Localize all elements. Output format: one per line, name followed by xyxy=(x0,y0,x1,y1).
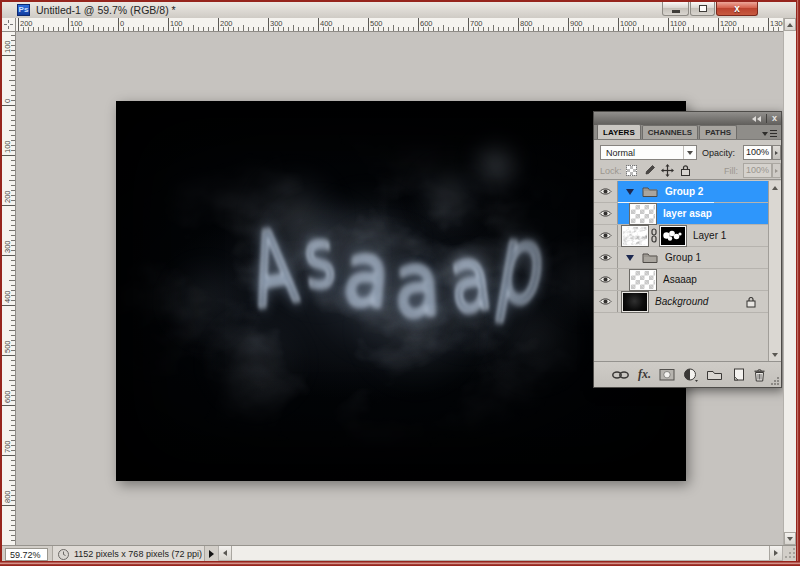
layer-row-group-2[interactable]: Group 2 xyxy=(594,181,768,203)
ruler-tick xyxy=(763,27,764,31)
ruler-tick xyxy=(11,540,15,541)
layer-row-layer-1[interactable]: Layer 1 xyxy=(594,225,768,247)
layer-row-content[interactable]: Group 2 xyxy=(618,181,768,202)
layer-mask-thumbnail[interactable] xyxy=(660,226,686,246)
ruler-tick xyxy=(298,27,299,31)
layer-style-button[interactable]: fx. xyxy=(638,367,651,383)
ruler-tick xyxy=(558,27,559,31)
close-button[interactable]: x xyxy=(716,2,758,16)
canvas-area[interactable]: Asaaap Asaaap x LAYERSCHANNELSPATHS Norm… xyxy=(16,32,783,545)
zoom-level-input[interactable]: 59.72% xyxy=(5,548,48,561)
lock-position-button[interactable] xyxy=(660,163,674,177)
ruler-major-tick xyxy=(2,155,15,156)
layer-row-content[interactable]: Group 1 xyxy=(618,247,768,268)
blend-mode-dropdown-arrow[interactable] xyxy=(683,146,696,159)
panel-close-icon[interactable]: x xyxy=(772,114,777,123)
photoshop-app-icon[interactable]: Ps xyxy=(17,4,30,16)
ruler-tick xyxy=(223,27,224,31)
layer-visibility-toggle[interactable] xyxy=(594,247,618,268)
minimize-button[interactable] xyxy=(662,2,689,16)
layer-thumbnail[interactable] xyxy=(630,204,656,224)
ruler-tick xyxy=(623,27,624,31)
blend-mode-select[interactable]: Normal xyxy=(600,145,697,160)
vertical-scrollbar[interactable] xyxy=(783,18,796,545)
panel-tab-paths[interactable]: PATHS xyxy=(699,125,737,139)
ruler-tick xyxy=(11,470,15,471)
ruler-tick xyxy=(11,515,15,516)
new-layer-button[interactable] xyxy=(731,367,745,383)
scroll-up-icon[interactable] xyxy=(769,182,781,194)
mask-link-toggle[interactable] xyxy=(650,228,658,243)
ruler-tick xyxy=(11,510,15,511)
ruler-tick xyxy=(11,310,15,311)
window-resize-grip[interactable] xyxy=(785,548,796,559)
ruler-tick xyxy=(11,420,15,421)
ruler-tick xyxy=(688,27,689,31)
document-info[interactable]: 1152 pixels x 768 pixels (72 ppi) xyxy=(74,549,202,559)
lock-transparency-button[interactable] xyxy=(624,163,638,177)
eye-icon xyxy=(599,275,612,284)
layer-visibility-toggle[interactable] xyxy=(594,291,618,312)
layer-row-content[interactable]: layer asap xyxy=(618,203,768,224)
panel-menu-button[interactable] xyxy=(760,128,778,139)
delete-layer-button[interactable] xyxy=(753,367,766,383)
layer-thumbnail[interactable] xyxy=(622,226,648,246)
collapse-panel-icon[interactable] xyxy=(752,116,761,122)
ruler-tick xyxy=(11,370,15,371)
new-group-button[interactable] xyxy=(706,367,723,383)
layer-visibility-toggle[interactable] xyxy=(594,181,618,202)
link-layers-button[interactable] xyxy=(611,367,630,383)
layer-row-content[interactable]: Asaaap xyxy=(618,269,768,290)
ruler-major-tick xyxy=(618,18,619,31)
layer-row-background[interactable]: Background xyxy=(594,291,768,313)
ruler-origin-box[interactable] xyxy=(2,18,16,32)
panel-tab-layers[interactable]: LAYERS xyxy=(597,124,641,139)
maximize-button[interactable] xyxy=(690,2,715,16)
scroll-left-button[interactable] xyxy=(219,546,232,560)
group-folder-thumbnail[interactable] xyxy=(642,252,658,263)
ruler-tick xyxy=(328,27,329,31)
group-folder-thumbnail[interactable] xyxy=(642,186,658,197)
ruler-tick xyxy=(108,27,109,31)
ruler-tick xyxy=(11,435,15,436)
adjustment-layer-button[interactable] xyxy=(683,367,698,383)
panel-tab-channels[interactable]: CHANNELS xyxy=(642,125,698,139)
layer-thumbnail[interactable] xyxy=(630,270,656,290)
ruler-major-tick xyxy=(2,55,15,56)
ruler-tick xyxy=(11,535,15,536)
layer-row-layer-asap[interactable]: layer asap xyxy=(594,203,768,225)
layer-visibility-toggle[interactable] xyxy=(594,203,618,224)
vertical-ruler[interactable]: 1000100200300400500600700800 xyxy=(2,32,16,545)
layer-row-asaaap[interactable]: Asaaap xyxy=(594,269,768,291)
horizontal-ruler[interactable]: 2001000100200300400500600700800900100011… xyxy=(16,18,783,32)
opacity-input[interactable]: 100% xyxy=(743,145,772,160)
ruler-tick xyxy=(353,27,354,31)
lock-paint-button[interactable] xyxy=(642,163,656,177)
layer-row-content[interactable]: Background xyxy=(618,291,768,312)
layer-row-group-1[interactable]: Group 1 xyxy=(594,247,768,269)
scroll-down-icon[interactable] xyxy=(769,349,781,361)
horizontal-scrollbar[interactable] xyxy=(218,546,783,561)
title-bar[interactable]: Ps Untitled-1 @ 59.7% (RGB/8) * x xyxy=(2,2,796,18)
ruler-tick xyxy=(233,27,234,31)
ruler-tick xyxy=(428,27,429,31)
layer-thumbnail[interactable] xyxy=(622,292,648,312)
ruler-tick xyxy=(9,280,15,281)
eye-icon xyxy=(599,297,612,306)
layer-visibility-toggle[interactable] xyxy=(594,225,618,246)
panel-resize-grip[interactable] xyxy=(771,377,780,386)
panel-tabs: LAYERSCHANNELSPATHS xyxy=(594,125,781,140)
ruler-tick xyxy=(9,180,15,181)
scroll-up-button[interactable] xyxy=(784,18,796,31)
disclosure-triangle[interactable] xyxy=(626,255,634,261)
layer-list-scrollbar[interactable] xyxy=(768,181,781,362)
scroll-right-button[interactable] xyxy=(769,546,782,560)
add-layer-mask-button[interactable] xyxy=(659,367,675,383)
opacity-slider-arrow[interactable] xyxy=(772,145,781,160)
layer-visibility-toggle[interactable] xyxy=(594,269,618,290)
disclosure-triangle[interactable] xyxy=(626,189,634,195)
scroll-down-button[interactable] xyxy=(784,532,796,545)
layer-row-content[interactable]: Layer 1 xyxy=(618,225,768,246)
lock-all-button[interactable] xyxy=(678,163,692,177)
status-menu-arrow[interactable] xyxy=(209,550,214,558)
